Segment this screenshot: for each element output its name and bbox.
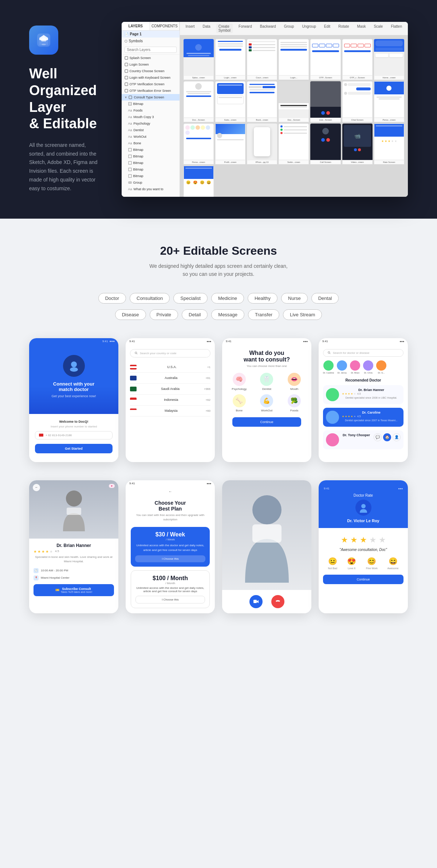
emoji-awesome[interactable]: 😄 Awesome	[387, 557, 399, 570]
sketch-layer-dentist[interactable]: Aa Dentist	[122, 127, 180, 133]
emoji-fine-work[interactable]: 😊 Fine Work	[366, 557, 378, 570]
sketch-toolbar-backward[interactable]: Backward	[258, 24, 278, 33]
phone1-btn[interactable]: Get Started	[35, 444, 113, 453]
sketch-layer-bitmap-4[interactable]: Bitmap	[122, 160, 180, 166]
phone6-back[interactable]: ←	[126, 487, 215, 495]
country-australia[interactable]: Australia +61	[130, 373, 210, 384]
sketch-toolbar-group[interactable]: Group	[282, 24, 296, 33]
sketch-layer-bitmap-6[interactable]: Bitmap	[122, 173, 180, 179]
phone6-plan2-card[interactable]: $100 / Month / Month Unlimited access wi…	[131, 570, 210, 608]
user-icon[interactable]: 👤	[393, 433, 401, 441]
screen-thumb-perso1[interactable]: Perso...creen	[374, 81, 404, 122]
sketch-layer-workout[interactable]: Aa WorkOut	[122, 133, 180, 140]
star-3[interactable]: ★	[360, 535, 367, 545]
sketch-toolbar-create-symbol[interactable]: Create Symbol	[216, 24, 233, 33]
tag-healthy[interactable]: Healthy	[248, 293, 277, 304]
sketch-layers-tab[interactable]: LAYERS	[122, 22, 150, 30]
tag-private[interactable]: Private	[150, 309, 178, 320]
tag-consultation[interactable]: Consultation	[130, 293, 170, 304]
sketch-toolbar-rotate[interactable]: Rotate	[336, 24, 351, 33]
sketch-toolbar-forward[interactable]: Forward	[236, 24, 254, 33]
sketch-layer-psychology[interactable]: Aa Psychology	[122, 120, 180, 127]
consult-psychology[interactable]: 🧠 Psychology	[227, 373, 251, 391]
phone6-plan1-card[interactable]: $30 / Week / Week Unlimited access with …	[131, 527, 210, 567]
tag-medicine[interactable]: Medicine	[211, 293, 244, 304]
consult-dentist[interactable]: 🦷 Dentist	[255, 373, 279, 391]
consult-workout[interactable]: 💪 WorkOut	[255, 394, 279, 412]
phone5-back-btn[interactable]: ←	[33, 484, 40, 491]
doc-mini-3[interactable]: Dr. Brian	[350, 360, 360, 374]
chat-icon[interactable]: 💬	[374, 433, 382, 441]
country-saudi[interactable]: Saudi Arabia +966	[130, 384, 210, 395]
phone3-continue-btn[interactable]: Continue	[232, 417, 301, 427]
screen-thumb-profil[interactable]: Profil...creen	[215, 124, 245, 164]
star-4[interactable]: ★	[369, 535, 377, 545]
screen-thumb-book[interactable]: Book...creen	[247, 81, 277, 122]
screen-thumb-video[interactable]: 📹 Video...creen	[342, 124, 373, 164]
screen-thumb-login[interactable]: Login...creen	[215, 39, 245, 80]
phone6-plan2-choose-btn[interactable]: I Choose this	[135, 596, 205, 603]
sketch-layer-bitmap-5[interactable]: Bitmap	[122, 166, 180, 173]
tag-disease[interactable]: Disease	[115, 309, 146, 320]
sketch-layer-foods[interactable]: Aa Foods	[122, 107, 180, 114]
sketch-page-1[interactable]: 📄 Page 1	[122, 31, 180, 38]
phone1-input-row[interactable]: + 62 813-9149-2186	[35, 431, 113, 439]
sketch-layer-group[interactable]: Group	[122, 179, 180, 186]
phone2-search[interactable]: Search your country or code	[130, 349, 210, 357]
doc-mini-4[interactable]: Dr. Chris	[363, 360, 373, 374]
screen-thumb-home[interactable]: Home...creen	[374, 39, 404, 80]
sketch-layer-consult[interactable]: ▼ Consult Type Screen	[122, 94, 180, 101]
screen-thumb-doc2[interactable]: Doc...Screen	[279, 81, 309, 122]
tag-specialist[interactable]: Specialist	[173, 293, 208, 304]
screen-thumb-rates[interactable]: 😐😍😊😄 Rates...creen	[184, 166, 214, 197]
doctor-card-caroline[interactable]: Dr. Caroline ★★★★★ 4.5 Dentist specialis…	[323, 408, 403, 427]
sketch-layer-bone[interactable]: Aa Bone	[122, 140, 180, 146]
screen-thumb-rate[interactable]: ★★★★★ Rate Screen	[374, 124, 404, 164]
phone8-continue-btn[interactable]: Continue	[323, 575, 403, 584]
star-5[interactable]: ★	[379, 535, 386, 545]
star-1[interactable]: ★	[341, 535, 348, 545]
doctor-card-brian[interactable]: Dr. Brian Hanner ★★★★★ 4.5 Dentist speci…	[323, 385, 403, 404]
sketch-toolbar-ungroup[interactable]: Ungroup	[300, 24, 318, 33]
phone4-search[interactable]: Search for doctor or disease	[323, 349, 403, 357]
sketch-layer-mouth-copy3[interactable]: Aa Mouth Copy 3	[122, 114, 180, 120]
phone5-subscribe-btn[interactable]: 🎫 Subscribe Consult Takes %25 takes and …	[34, 584, 114, 596]
sketch-layer-bitmap-2[interactable]: Bitmap	[122, 146, 180, 153]
emoji-not-bad[interactable]: 😐 Not Bad	[328, 557, 337, 570]
doc-mini-5[interactable]: Dr. G...	[376, 360, 386, 374]
tag-nurse[interactable]: Nurse	[281, 293, 308, 304]
doc-mini-1[interactable]: Dr. Cardine	[323, 360, 334, 374]
screen-thumb-country[interactable]: Coun...creen	[247, 39, 277, 80]
consult-bone[interactable]: 🦴 Bone	[227, 394, 251, 412]
sketch-toolbar-mask[interactable]: Mask	[355, 24, 368, 33]
screen-thumb-otp[interactable]: OTP...Screen	[310, 39, 340, 80]
sketch-search-input[interactable]	[125, 47, 177, 53]
sketch-symbols-page[interactable]: ⬡ Symbols	[122, 38, 180, 44]
screen-thumb-subs[interactable]: Subs...creen	[215, 81, 245, 122]
tag-livestream[interactable]: Live Stream	[283, 309, 322, 320]
screen-thumb-splash[interactable]: Splas...creen	[184, 39, 214, 80]
sketch-toolbar-data[interactable]: Data	[201, 24, 213, 33]
screen-thumb-otp-error[interactable]: OTP_r...Screen	[342, 39, 373, 80]
consult-foods[interactable]: 🥦 Foods	[282, 394, 306, 412]
screen-thumb-iphone[interactable]: IPhon...pg 13	[247, 124, 277, 164]
phone6-plan1-choose-btn[interactable]: I Choose this	[135, 555, 205, 562]
sketch-toolbar-insert[interactable]: Insert	[184, 24, 197, 33]
doc-mini-2[interactable]: Dr. Jenny	[337, 360, 347, 374]
country-usa[interactable]: U.S.A. +1	[130, 362, 210, 373]
sketch-layer-what[interactable]: Aa What do you want to	[122, 186, 180, 192]
sketch-toolbar-edit[interactable]: Edit	[322, 24, 332, 33]
sketch-components-tab[interactable]: COMPONENTS	[150, 22, 180, 30]
screen-thumb-chat[interactable]: Chat Screen	[342, 81, 373, 122]
sketch-layer-bitmap-1[interactable]: Bitmap	[122, 101, 180, 107]
consult-mouth[interactable]: 👄 Mouth	[282, 373, 306, 391]
tag-doctor[interactable]: Doctor	[98, 293, 126, 304]
country-malaysia[interactable]: Malaysia +60	[130, 406, 210, 417]
sketch-layer-splash[interactable]: Splash Screen	[122, 55, 180, 61]
tag-transfer[interactable]: Transfer	[248, 309, 279, 320]
phone7-video-btn[interactable]	[249, 595, 263, 608]
emoji-love-it[interactable]: 😍 Love It	[347, 557, 356, 570]
screen-thumb-perso2[interactable]: Perso...creen	[184, 124, 214, 164]
sketch-layer-bitmap-3[interactable]: Bitmap	[122, 153, 180, 160]
screen-thumb-doc[interactable]: Doc...Screen	[184, 81, 214, 122]
